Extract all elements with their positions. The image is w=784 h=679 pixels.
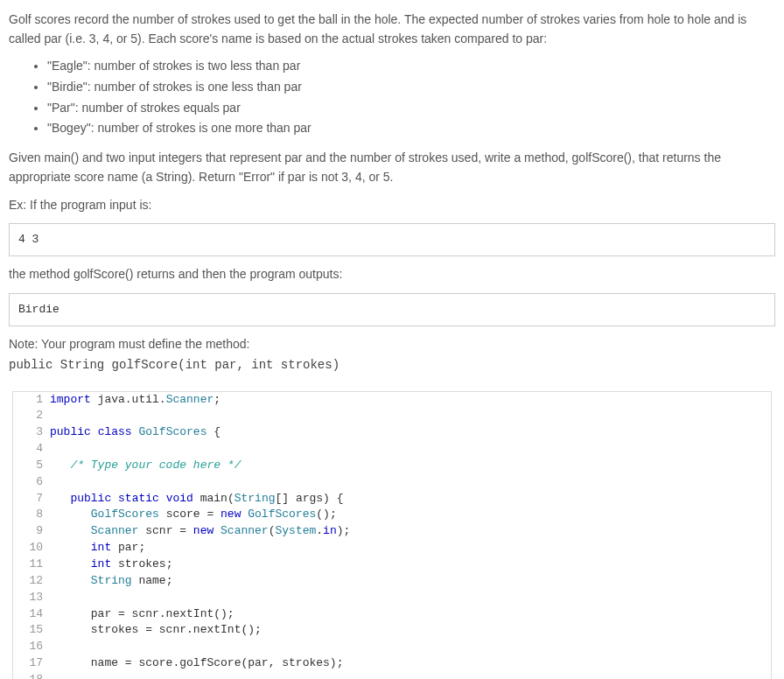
code-line: 14 par = scnr.nextInt(); (13, 606, 771, 623)
code-content: GolfScores score = new GolfScores(); (50, 507, 771, 523)
code-line: 13 (13, 590, 771, 606)
code-content (50, 639, 771, 655)
line-number: 17 (13, 655, 50, 672)
code-content (50, 672, 771, 679)
code-line: 15 strokes = scnr.nextInt(); (13, 622, 771, 639)
code-line: 7 public static void main(String[] args)… (13, 491, 771, 508)
line-number: 11 (13, 556, 50, 573)
code-line: 9 Scanner scnr = new Scanner(System.in); (13, 523, 771, 540)
code-content: public class GolfScores { (50, 424, 771, 441)
code-content: String name; (50, 573, 771, 590)
code-line: 1import java.util.Scanner; (13, 392, 771, 409)
line-number: 2 (13, 408, 50, 424)
example-output-label: the method golfScore() returns and then … (9, 265, 775, 284)
code-content: Scanner scnr = new Scanner(System.in); (50, 523, 771, 540)
method-signature: public String golfScore(int par, int str… (9, 356, 775, 375)
score-definitions-list: "Eagle": number of strokes is two less t… (9, 57, 775, 138)
code-line: 10 int par; (13, 540, 771, 556)
example-input-block: 4 3 (9, 223, 775, 256)
line-number: 13 (13, 590, 50, 606)
code-content: int strokes; (50, 556, 771, 573)
line-number: 14 (13, 606, 50, 623)
line-number: 6 (13, 474, 50, 491)
code-line: 2 (13, 408, 771, 424)
line-number: 3 (13, 424, 50, 441)
def-par: "Par": number of strokes equals par (47, 99, 775, 118)
code-line: 17 name = score.golfScore(par, strokes); (13, 655, 771, 672)
example-output-block: Birdie (9, 293, 775, 326)
code-line: 5 /* Type your code here */ (13, 458, 771, 474)
code-content: /* Type your code here */ (50, 458, 771, 474)
line-number: 1 (13, 392, 50, 409)
code-content: par = scnr.nextInt(); (50, 606, 771, 623)
line-number: 12 (13, 573, 50, 590)
code-line: 8 GolfScores score = new GolfScores(); (13, 507, 771, 523)
intro-paragraph-1: Golf scores record the number of strokes… (9, 10, 775, 48)
def-bogey: "Bogey": number of strokes is one more t… (47, 119, 775, 138)
code-line: 11 int strokes; (13, 556, 771, 573)
line-number: 9 (13, 523, 50, 540)
line-number: 8 (13, 507, 50, 523)
code-line: 4 (13, 441, 771, 458)
example-input-label: Ex: If the program input is: (9, 196, 775, 215)
task-paragraph: Given main() and two input integers that… (9, 149, 775, 186)
code-line: 18 (13, 672, 771, 679)
code-line: 3public class GolfScores { (13, 424, 771, 441)
line-number: 15 (13, 622, 50, 639)
code-editor[interactable]: 1import java.util.Scanner;23public class… (12, 391, 772, 679)
code-content: int par; (50, 540, 771, 556)
code-content (50, 408, 771, 424)
line-number: 10 (13, 540, 50, 556)
code-line: 6 (13, 474, 771, 491)
line-number: 4 (13, 441, 50, 458)
code-content: name = score.golfScore(par, strokes); (50, 655, 771, 672)
code-line: 16 (13, 639, 771, 655)
def-birdie: "Birdie": number of strokes is one less … (47, 78, 775, 97)
def-eagle: "Eagle": number of strokes is two less t… (47, 57, 775, 76)
line-number: 16 (13, 639, 50, 655)
code-content (50, 474, 771, 491)
code-line: 12 String name; (13, 573, 771, 590)
code-content: public static void main(String[] args) { (50, 491, 771, 508)
method-note: Note: Your program must define the metho… (9, 335, 775, 354)
code-content (50, 441, 771, 458)
line-number: 5 (13, 458, 50, 474)
code-content: import java.util.Scanner; (50, 392, 771, 409)
code-content: strokes = scnr.nextInt(); (50, 622, 771, 639)
line-number: 7 (13, 491, 50, 508)
code-content (50, 590, 771, 606)
line-number: 18 (13, 672, 50, 679)
